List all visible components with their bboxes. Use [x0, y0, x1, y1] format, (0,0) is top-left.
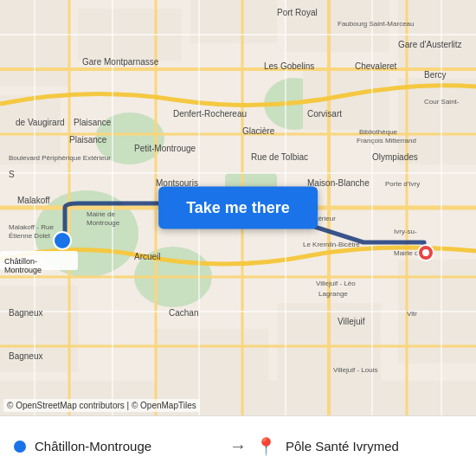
- svg-text:Lagrange: Lagrange: [318, 290, 348, 298]
- svg-text:Bagneux: Bagneux: [9, 351, 42, 361]
- svg-text:Vitr: Vitr: [407, 310, 417, 318]
- map-container: Gare Montparnasse Port Royal Faubourg Sa…: [0, 0, 476, 415]
- destination-label: Pôle Santé Ivrymed: [286, 439, 399, 453]
- destination-pin-icon: 📍: [255, 436, 277, 457]
- svg-text:Port Royal: Port Royal: [277, 8, 318, 17]
- svg-text:Gare Montparnasse: Gare Montparnasse: [82, 57, 159, 67]
- svg-text:Boulevard Périphérique Extérie: Boulevard Périphérique Extérieur: [9, 154, 111, 162]
- svg-text:Bibliothèque: Bibliothèque: [359, 128, 398, 136]
- svg-text:Glacière: Glacière: [242, 126, 275, 136]
- svg-text:Bercy: Bercy: [424, 70, 447, 80]
- svg-text:Châtillon-: Châtillon-: [4, 257, 37, 266]
- svg-text:Denfert-Rochereau: Denfert-Rochereau: [173, 109, 247, 119]
- svg-point-80: [54, 232, 71, 249]
- svg-text:Cachan: Cachan: [169, 308, 198, 318]
- svg-text:de Vaugirard: de Vaugirard: [16, 118, 65, 127]
- app: Gare Montparnasse Port Royal Faubourg Sa…: [0, 0, 476, 476]
- origin-dot-icon: [14, 441, 26, 453]
- svg-text:Montrouge: Montrouge: [87, 219, 120, 227]
- svg-rect-8: [190, 0, 277, 43]
- svg-text:Le Kremlin-Bicêtre: Le Kremlin-Bicêtre: [303, 241, 360, 248]
- svg-text:Villejuif: Villejuif: [338, 317, 365, 326]
- map-attribution: © OpenStreetMap contributors | © OpenMap…: [3, 399, 200, 412]
- svg-text:Olympiades: Olympiades: [372, 152, 418, 162]
- svg-text:Porte d'Ivry: Porte d'Ivry: [385, 180, 420, 188]
- svg-text:Bagneux: Bagneux: [9, 308, 42, 318]
- svg-text:Malakoff: Malakoff: [17, 196, 50, 205]
- svg-rect-13: [398, 78, 476, 164]
- svg-text:Gare d'Austerlitz: Gare d'Austerlitz: [398, 40, 462, 49]
- svg-text:Villejuif - Louis: Villejuif - Louis: [333, 366, 377, 374]
- svg-text:Mairie de: Mairie de: [87, 210, 115, 218]
- svg-text:Montrouge: Montrouge: [4, 266, 42, 274]
- direction-arrow-icon: →: [229, 436, 247, 456]
- svg-text:Plaisance: Plaisance: [69, 135, 107, 145]
- svg-text:Villejuif - Léo: Villejuif - Léo: [316, 280, 356, 287]
- button-overlay: Take me there: [158, 187, 318, 229]
- origin-label: Châtillon-Montrouge: [35, 439, 151, 453]
- svg-text:Étienne Dolet: Étienne Dolet: [9, 232, 51, 240]
- svg-text:Plaisance: Plaisance: [74, 118, 112, 127]
- svg-text:Rue de Tolbiac: Rue de Tolbiac: [251, 152, 308, 162]
- svg-point-85: [422, 249, 429, 256]
- svg-text:Chevaleret: Chevaleret: [355, 61, 397, 71]
- svg-text:Arcueil: Arcueil: [134, 252, 161, 261]
- svg-text:Corvisart: Corvisart: [307, 109, 342, 119]
- svg-text:François Mitterrand: François Mitterrand: [357, 137, 416, 145]
- origin-section: Châtillon-Montrouge: [14, 439, 221, 453]
- svg-text:Faubourg Saint-Marceau: Faubourg Saint-Marceau: [338, 20, 415, 28]
- take-me-there-button[interactable]: Take me there: [158, 187, 318, 229]
- destination-section: 📍 Pôle Santé Ivrymed: [255, 436, 462, 457]
- svg-text:S: S: [9, 170, 15, 179]
- svg-text:Les Gobelins: Les Gobelins: [264, 61, 314, 71]
- svg-text:Cour Saint-: Cour Saint-: [424, 98, 460, 106]
- svg-text:Ivry-su-: Ivry-su-: [394, 228, 417, 235]
- bottom-bar: Châtillon-Montrouge → 📍 Pôle Santé Ivrym…: [0, 415, 476, 476]
- svg-text:Malakoff - Rue: Malakoff - Rue: [9, 223, 54, 231]
- svg-text:Petit-Montrouge: Petit-Montrouge: [134, 144, 196, 153]
